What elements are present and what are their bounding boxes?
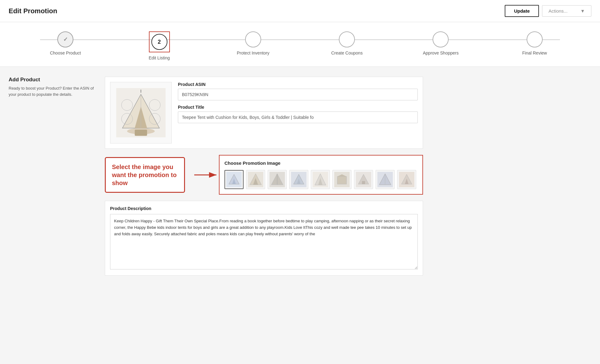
annotation-arrow-icon xyxy=(194,169,219,181)
chevron-down-icon: ▼ xyxy=(580,8,585,14)
annotation-box: Select the image you want the promotion … xyxy=(105,157,185,193)
step-create-coupons[interactable]: Create Coupons xyxy=(300,31,394,55)
description-label: Product Description xyxy=(110,206,418,211)
thumb-7[interactable] xyxy=(354,170,373,189)
step-label-6: Final Review xyxy=(522,51,547,55)
svg-rect-33 xyxy=(362,181,365,184)
page-title: Edit Promotion xyxy=(9,7,57,15)
page-header: Edit Promotion Update Actions... ▼ xyxy=(0,0,600,22)
step-circle-4 xyxy=(339,31,355,47)
step-approve-shoppers[interactable]: Approve Shoppers xyxy=(394,31,487,55)
product-image-box xyxy=(110,82,172,144)
product-top-row: Product ASIN Product Title xyxy=(105,77,423,149)
left-panel: Add Product Ready to boost your Product?… xyxy=(9,77,95,276)
step-choose-product[interactable]: ✓ Choose Product xyxy=(18,31,112,55)
main-content: Add Product Ready to boost your Product?… xyxy=(0,67,432,285)
thumb-8[interactable] xyxy=(376,170,395,189)
step-final-review[interactable]: Final Review xyxy=(488,31,582,55)
title-label: Product Title xyxy=(178,105,418,110)
promotion-image-section: Choose Promotion Image xyxy=(219,155,423,195)
right-panel: Product ASIN Product Title Select the im… xyxy=(105,77,423,276)
step-circle-5 xyxy=(433,31,449,47)
step-active-box: 2 xyxy=(149,31,170,52)
thumb-4[interactable] xyxy=(289,170,308,189)
stepper: ✓ Choose Product 2 Edit Listing Protect … xyxy=(0,31,600,60)
thumb-6[interactable] xyxy=(332,170,351,189)
svg-rect-10 xyxy=(135,130,147,136)
product-fields: Product ASIN Product Title xyxy=(178,82,418,144)
asin-label: Product ASIN xyxy=(178,82,418,87)
stepper-section: ✓ Choose Product 2 Edit Listing Protect … xyxy=(0,22,600,67)
update-button[interactable]: Update xyxy=(505,5,539,17)
step-label-1: Choose Product xyxy=(50,51,81,55)
add-product-description: Ready to boost your Product? Enter the A… xyxy=(9,85,95,97)
image-thumbnails xyxy=(224,170,417,189)
step-label-5: Approve Shoppers xyxy=(423,51,459,55)
step-label-4: Create Coupons xyxy=(331,51,363,55)
promotion-image-row: Select the image you want the promotion … xyxy=(105,155,423,195)
thumb-5[interactable] xyxy=(311,170,330,189)
step-label-2: Edit Listing xyxy=(149,55,170,60)
step-circle-1: ✓ xyxy=(57,31,73,47)
step-circle-6 xyxy=(527,31,543,47)
asin-input[interactable] xyxy=(178,89,418,100)
promotion-image-title: Choose Promotion Image xyxy=(224,160,417,166)
step-circle-3 xyxy=(245,31,261,47)
title-field-group: Product Title xyxy=(178,105,418,123)
description-section: Product Description Keep Children Happy … xyxy=(105,201,423,276)
header-actions: Update Actions... ▼ xyxy=(505,5,591,17)
annotation-text: Select the image you want the promotion … xyxy=(112,164,177,186)
svg-rect-29 xyxy=(337,176,347,184)
step-circle-2: 2 xyxy=(151,34,167,50)
add-product-heading: Add Product xyxy=(9,77,95,83)
title-input[interactable] xyxy=(178,111,418,123)
thumb-2[interactable] xyxy=(246,170,265,189)
step-edit-listing[interactable]: 2 Edit Listing xyxy=(112,31,206,60)
step-protect-inventory[interactable]: Protect Inventory xyxy=(206,31,300,55)
asin-field-group: Product ASIN xyxy=(178,82,418,100)
step-label-3: Protect Inventory xyxy=(237,51,269,55)
thumb-1[interactable] xyxy=(224,170,244,189)
thumb-3[interactable] xyxy=(268,170,287,189)
checkmark-icon: ✓ xyxy=(63,36,68,43)
thumb-9[interactable] xyxy=(397,170,416,189)
description-textarea[interactable]: Keep Children Happy - Gift Them Their Ow… xyxy=(110,214,418,269)
actions-dropdown[interactable]: Actions... ▼ xyxy=(542,5,591,17)
